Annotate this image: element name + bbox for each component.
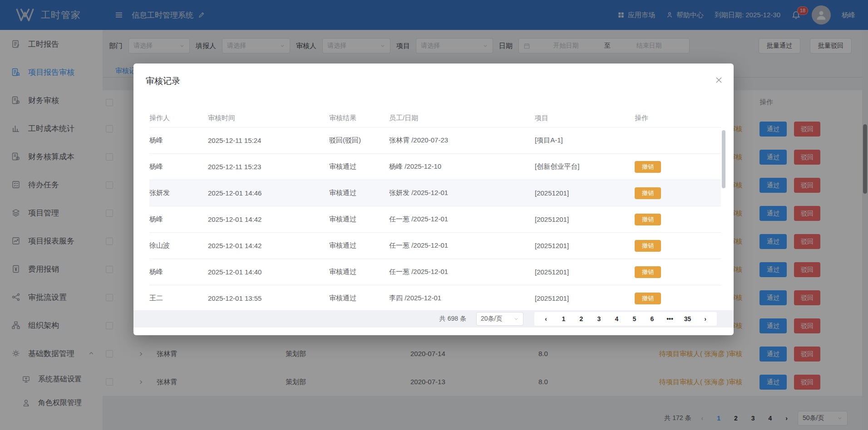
audit-result-cell: 审核通过 bbox=[329, 268, 389, 276]
close-icon[interactable] bbox=[715, 76, 723, 84]
employee-date-cell: 张妍发 /2025-12-01 bbox=[389, 189, 535, 197]
page-number[interactable]: 5 bbox=[626, 315, 643, 322]
column-operator: 操作人 bbox=[149, 114, 208, 122]
operator-cell: 杨峰 bbox=[149, 215, 208, 224]
audit-time-cell: 2025-12-01 14:40 bbox=[208, 268, 329, 276]
audit-time-cell: 2025-12-01 13:55 bbox=[208, 294, 329, 302]
modal-page-size-select[interactable]: 20条/页 bbox=[476, 312, 523, 326]
page-number[interactable]: 4 bbox=[608, 315, 626, 322]
modal-table-header: 操作人 审核时间 审核结果 员工/日期 项目 操作 bbox=[149, 109, 721, 127]
audit-record-row: 王二 2025-12-01 13:55 审核通过 李四 /2025-12-01 … bbox=[149, 285, 721, 311]
audit-result-cell: 审核通过 bbox=[329, 189, 389, 197]
operator-cell: 徐山波 bbox=[149, 241, 208, 250]
modal-table: 操作人 审核时间 审核结果 员工/日期 项目 操作 杨峰 2025-12-11 … bbox=[149, 109, 721, 311]
project-cell: [20251201] bbox=[535, 189, 635, 197]
page-number[interactable]: 6 bbox=[643, 315, 661, 322]
page-number[interactable]: 3 bbox=[590, 315, 608, 322]
operator-cell: 杨峰 bbox=[149, 162, 208, 171]
column-action: 操作 bbox=[635, 114, 721, 122]
modal-total-count: 共 698 条 bbox=[439, 315, 466, 323]
modal-scrollbar-thumb[interactable] bbox=[722, 130, 725, 188]
audit-result-cell: 审核通过 bbox=[329, 294, 389, 303]
audit-record-row: 杨峰 2025-12-01 14:42 审核通过 任一葱 /2025-12-01… bbox=[149, 206, 721, 233]
page-number[interactable]: › bbox=[696, 315, 714, 322]
revoke-button[interactable]: 撤销 bbox=[635, 266, 661, 278]
employee-date-cell: 任一葱 /2025-12-01 bbox=[389, 241, 535, 250]
page-number[interactable]: 35 bbox=[679, 315, 696, 322]
revoke-button[interactable]: 撤销 bbox=[635, 240, 661, 252]
employee-date-cell: 任一葱 /2025-12-01 bbox=[389, 268, 535, 276]
revoke-button[interactable]: 撤销 bbox=[635, 293, 661, 304]
project-cell: [20251201] bbox=[535, 215, 635, 223]
page-number[interactable]: ••• bbox=[661, 315, 679, 322]
modal-title: 审核记录 bbox=[146, 75, 180, 87]
project-cell: [项目A-1] bbox=[535, 136, 635, 145]
audit-result-cell: 审核通过 bbox=[329, 162, 389, 171]
audit-result-cell: 驳回(驳回) bbox=[329, 136, 389, 145]
employee-date-cell: 李四 /2025-12-01 bbox=[389, 294, 535, 303]
audit-record-row: 张妍发 2025-12-01 14:46 审核通过 张妍发 /2025-12-0… bbox=[149, 180, 721, 206]
audit-time-cell: 2025-12-01 14:42 bbox=[208, 215, 329, 223]
page-number[interactable]: 1 bbox=[555, 315, 572, 322]
column-employee-date: 员工/日期 bbox=[389, 114, 535, 122]
operator-cell: 王二 bbox=[149, 294, 208, 303]
project-cell: [20251201] bbox=[535, 242, 635, 249]
audit-result-cell: 审核通过 bbox=[329, 215, 389, 224]
operator-cell: 张妍发 bbox=[149, 189, 208, 197]
employee-date-cell: 张林霄 /2020-07-23 bbox=[389, 136, 535, 145]
operator-cell: 杨峰 bbox=[149, 268, 208, 276]
page-number[interactable]: ‹ bbox=[537, 315, 555, 322]
column-audit-result: 审核结果 bbox=[329, 114, 389, 122]
project-cell: [20251201] bbox=[535, 294, 635, 302]
audit-record-row: 徐山波 2025-12-01 14:42 审核通过 任一葱 /2025-12-0… bbox=[149, 233, 721, 259]
audit-record-row: 杨峰 2025-12-11 15:24 驳回(驳回) 张林霄 /2020-07-… bbox=[149, 127, 721, 154]
employee-date-cell: 杨峰 /2025-12-10 bbox=[389, 162, 535, 171]
revoke-button[interactable]: 撤销 bbox=[635, 187, 661, 199]
modal-table-body: 杨峰 2025-12-11 15:24 驳回(驳回) 张林霄 /2020-07-… bbox=[149, 127, 721, 311]
employee-date-cell: 任一葱 /2025-12-01 bbox=[389, 215, 535, 224]
audit-time-cell: 2025-12-01 14:42 bbox=[208, 242, 329, 249]
audit-records-modal: 审核记录 操作人 审核时间 审核结果 员工/日期 项目 操作 杨峰 2025-1… bbox=[133, 64, 734, 335]
audit-record-row: 杨峰 2025-12-11 15:23 审核通过 杨峰 /2025-12-10 … bbox=[149, 154, 721, 180]
revoke-button[interactable]: 撤销 bbox=[635, 161, 661, 173]
project-cell: [20251201] bbox=[535, 268, 635, 276]
audit-time-cell: 2025-12-01 14:46 bbox=[208, 189, 329, 197]
audit-record-row: 杨峰 2025-12-01 14:40 审核通过 任一葱 /2025-12-01… bbox=[149, 259, 721, 285]
audit-time-cell: 2025-12-11 15:23 bbox=[208, 163, 329, 171]
audit-time-cell: 2025-12-11 15:24 bbox=[208, 137, 329, 144]
page-number[interactable]: 2 bbox=[572, 315, 590, 322]
chevron-down-icon bbox=[513, 316, 519, 322]
column-audit-time: 审核时间 bbox=[208, 114, 329, 122]
revoke-button[interactable]: 撤销 bbox=[635, 214, 661, 225]
project-cell: [创新创业平台] bbox=[535, 162, 635, 171]
modal-page-list: ‹123456•••35› bbox=[534, 312, 717, 326]
modal-footer: 共 698 条 20条/页 ‹123456•••35› bbox=[133, 310, 734, 327]
column-project: 项目 bbox=[535, 114, 635, 122]
operator-cell: 杨峰 bbox=[149, 136, 208, 145]
audit-result-cell: 审核通过 bbox=[329, 241, 389, 250]
screen: 工时管家 信息工时管理系统 应用市场 帮助中心 到期日期: 2025-12-30… bbox=[0, 0, 868, 430]
